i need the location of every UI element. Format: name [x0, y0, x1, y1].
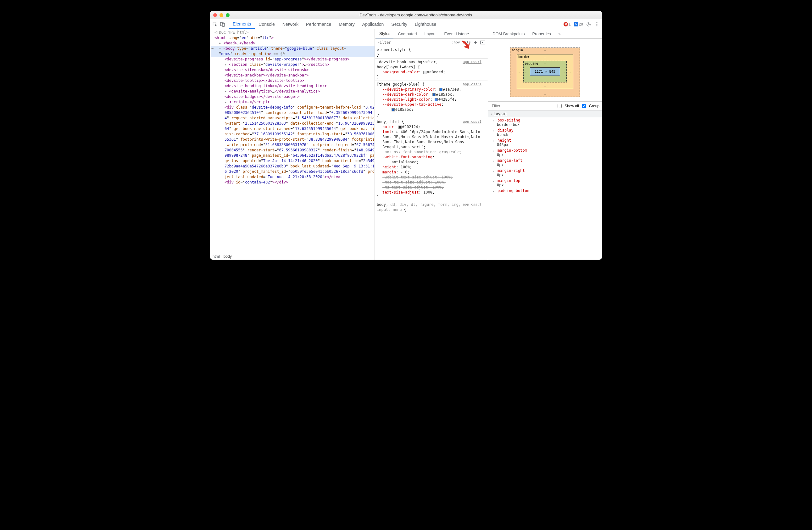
- dom-analytics[interactable]: ▸ <devsite-analytics>…</devsite-analytic…: [211, 89, 375, 94]
- dom-progress[interactable]: <devsite-progress id="app-progress"></de…: [211, 57, 375, 62]
- rule-source-link[interactable]: app.css:1: [463, 59, 481, 65]
- tab-security[interactable]: Security: [388, 19, 411, 29]
- window-title: DevTools - developers.google.com/web/too…: [233, 13, 599, 17]
- computed-subtabs: DOM Breakpoints Properties »: [488, 29, 602, 39]
- device-toggle-icon[interactable]: [220, 22, 225, 27]
- dom-debug-div[interactable]: <div class="devsite-debug-info" configur…: [211, 105, 375, 180]
- group-checkbox[interactable]: [582, 104, 586, 108]
- panel-tabs: Elements Console Network Performance Mem…: [229, 19, 440, 29]
- message-number: 20: [579, 22, 583, 26]
- rule-body-reset[interactable]: app.css:1 body, dd, div, dl, figure, for…: [375, 201, 488, 213]
- svg-point-5: [597, 24, 597, 25]
- titlebar: DevTools - developers.google.com/web/too…: [210, 11, 602, 19]
- message-icon: ➤: [574, 22, 578, 26]
- rule-source-link[interactable]: app.css:1: [463, 82, 481, 87]
- dom-body-selected[interactable]: ⋯▾ <body type="article" theme="google-bl…: [211, 46, 375, 57]
- box-margin-label: margin: [512, 48, 523, 52]
- close-window-button[interactable]: [213, 13, 217, 17]
- tab-performance[interactable]: Performance: [302, 19, 335, 29]
- dom-sitemask[interactable]: <devsite-sitemask></devsite-sitemask>: [211, 67, 375, 73]
- svg-point-6: [597, 25, 597, 26]
- computed-filter-input[interactable]: [491, 104, 554, 108]
- group-label: Group: [589, 104, 599, 108]
- dom-badger[interactable]: <devsite-badger></devsite-badger>: [211, 94, 375, 99]
- computed-prop[interactable]: ▸ box-sizingborder-box: [488, 117, 602, 127]
- inspect-icon[interactable]: [213, 22, 218, 27]
- kebab-menu-icon[interactable]: [594, 22, 599, 27]
- dom-tooltip[interactable]: <devsite-tooltip></devsite-tooltip>: [211, 78, 375, 83]
- rule-source-link[interactable]: app.css:1: [463, 202, 481, 207]
- box-model[interactable]: margin ---- border ---- padding ---- 117…: [488, 39, 602, 102]
- devtools-window: DevTools - developers.google.com/web/too…: [210, 11, 602, 260]
- dom-script[interactable]: ▸ <script>…</script>: [211, 99, 375, 105]
- error-number: 1: [569, 22, 571, 26]
- styles-panel: Styles Computed Layout Event Listeners :…: [375, 29, 488, 260]
- computed-prop[interactable]: ▸ height845px: [488, 138, 602, 148]
- computed-properties-list[interactable]: Layout ▸ box-sizingborder-box▸ displaybl…: [488, 110, 602, 260]
- error-count[interactable]: ✕ 1: [564, 22, 571, 26]
- tab-lighthouse[interactable]: Lighthouse: [411, 19, 440, 29]
- dom-heading-link[interactable]: <devsite-heading-link></devsite-heading-…: [211, 83, 375, 89]
- computed-prop[interactable]: ▸ margin-bottom0px: [488, 148, 602, 158]
- dom-html-open[interactable]: <html lang="en" dir="ltr">: [211, 35, 375, 41]
- box-content-dim: 1171 × 845: [530, 67, 560, 76]
- breadcrumb: html body: [210, 253, 375, 260]
- svg-point-4: [597, 22, 597, 23]
- elements-panel: <!DOCTYPE html> <html lang="en" dir="ltr…: [210, 29, 375, 260]
- dom-doctype[interactable]: <!DOCTYPE html>: [215, 30, 248, 34]
- maximize-window-button[interactable]: [226, 13, 230, 17]
- tab-network[interactable]: Network: [279, 19, 302, 29]
- settings-gear-icon[interactable]: [586, 22, 591, 27]
- subtab-dom-breakpoints[interactable]: DOM Breakpoints: [489, 29, 528, 38]
- dom-tree[interactable]: <!DOCTYPE html> <html lang="en" dir="ltr…: [210, 29, 375, 253]
- error-icon: ✕: [564, 22, 568, 26]
- box-border-label: border: [518, 55, 530, 58]
- message-count[interactable]: ➤ 20: [574, 22, 583, 26]
- style-rules-list[interactable]: element.style { } app.css:1 .devsite-boo…: [375, 46, 488, 260]
- main-toolbar: Elements Console Network Performance Mem…: [210, 19, 602, 29]
- subtab-event-listeners[interactable]: Event Listeners: [441, 29, 469, 38]
- box-padding-label: padding: [525, 62, 538, 65]
- dom-snackbar[interactable]: <devsite-snackbar></devsite-snackbar>: [211, 73, 375, 78]
- toggle-computed-sidebar-icon[interactable]: [479, 41, 487, 44]
- computed-prop[interactable]: ▸ margin-right0px: [488, 168, 602, 178]
- breadcrumb-html[interactable]: html: [213, 254, 220, 259]
- computed-prop[interactable]: ▸ margin-top0px: [488, 178, 602, 188]
- subtab-more-icon[interactable]: »: [555, 29, 564, 38]
- dom-contain[interactable]: <div id="contain-402"></div>: [211, 180, 375, 185]
- computed-group-layout[interactable]: Layout: [488, 110, 602, 117]
- dom-section[interactable]: ▸ <section class="devsite-wrapper">…</se…: [211, 62, 375, 67]
- computed-panel: DOM Breakpoints Properties » margin ----…: [488, 29, 602, 260]
- show-all-label: Show all: [565, 104, 579, 108]
- show-all-checkbox[interactable]: [557, 104, 562, 108]
- annotation-arrow-icon: [460, 39, 471, 50]
- subtab-properties[interactable]: Properties: [529, 29, 554, 38]
- svg-rect-2: [222, 23, 224, 26]
- breadcrumb-body[interactable]: body: [223, 254, 232, 259]
- minimize-window-button[interactable]: [219, 13, 223, 17]
- tab-memory[interactable]: Memory: [335, 19, 359, 29]
- tab-application[interactable]: Application: [359, 19, 388, 29]
- subtab-layout[interactable]: Layout: [421, 29, 440, 38]
- subtab-computed[interactable]: Computed: [395, 29, 420, 38]
- rule-body-html[interactable]: app.css:1 body, html { color: #202124; f…: [375, 118, 488, 201]
- computed-filter-bar: Show all Group: [488, 102, 602, 110]
- tab-console[interactable]: Console: [255, 19, 278, 29]
- dom-head[interactable]: ▸ <head>…</head>: [211, 41, 375, 46]
- svg-point-3: [588, 24, 589, 25]
- subtab-styles[interactable]: Styles: [376, 29, 393, 38]
- tab-elements[interactable]: Elements: [229, 19, 255, 29]
- rule-source-link[interactable]: app.css:1: [463, 119, 481, 124]
- rule-theme[interactable]: app.css:1 [theme=google-blue] { --devsit…: [375, 81, 488, 118]
- styles-subtabs: Styles Computed Layout Event Listeners: [375, 29, 488, 39]
- computed-prop[interactable]: ▸ padding-bottom: [488, 188, 602, 194]
- rule-book-nav[interactable]: app.css:1 .devsite-book-nav-bg:after, bo…: [375, 58, 488, 81]
- content-area: <!DOCTYPE html> <html lang="en" dir="ltr…: [210, 29, 602, 260]
- computed-prop[interactable]: ▸ margin-left0px: [488, 158, 602, 168]
- computed-prop[interactable]: ▸ displayblock: [488, 127, 602, 138]
- new-style-rule-button[interactable]: [472, 40, 479, 45]
- window-controls: [213, 13, 230, 17]
- styles-filter-input[interactable]: [376, 40, 450, 45]
